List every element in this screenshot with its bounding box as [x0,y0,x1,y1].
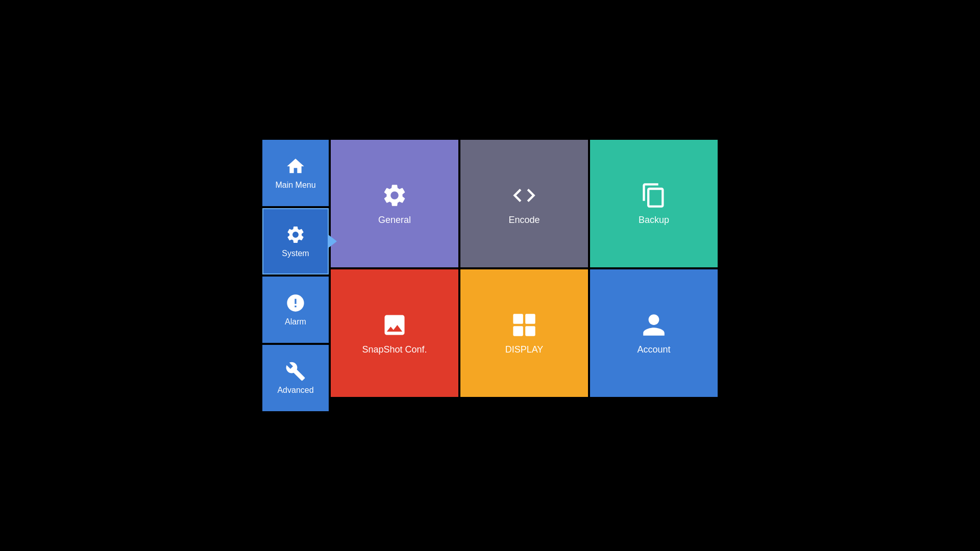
grid-label-account: Account [637,344,670,355]
sidebar-item-alarm[interactable]: Alarm [262,277,329,343]
grid-container: General Encode Backup SnapShot Conf. [331,140,718,397]
svg-rect-1 [525,314,535,324]
grid-label-general: General [378,215,411,226]
alarm-icon [285,293,306,313]
svg-rect-3 [525,326,535,336]
image-icon [381,312,408,338]
wrench-icon [285,361,306,382]
grid-label-backup: Backup [639,215,669,226]
svg-rect-2 [513,326,523,336]
sidebar-item-label-alarm: Alarm [285,317,306,327]
user-icon [641,312,667,338]
sidebar-item-label-main-menu: Main Menu [275,181,315,190]
gear-icon-general [381,182,408,209]
grid-item-snapshot[interactable]: SnapShot Conf. [331,269,458,397]
display-icon-final [511,312,537,338]
grid-label-encode: Encode [508,215,540,226]
grid-item-encode[interactable]: Encode [460,140,588,267]
grid-label-snapshot: SnapShot Conf. [362,344,427,355]
active-arrow-indicator [328,234,337,248]
grid-item-account[interactable]: Account [590,269,718,397]
sidebar-item-advanced[interactable]: Advanced [262,345,329,411]
grid-item-general[interactable]: General [331,140,458,267]
svg-rect-0 [513,314,523,324]
backup-icon [641,182,667,209]
grid-item-display[interactable]: DISPLAY [460,269,588,397]
sidebar-item-main-menu[interactable]: Main Menu [262,140,329,206]
code-icon [511,182,537,209]
grid-label-display: DISPLAY [505,344,544,355]
sidebar-item-system[interactable]: System [262,208,329,274]
gear-icon-sidebar [285,224,306,245]
sidebar-item-label-system: System [282,249,309,258]
sidebar-item-label-advanced: Advanced [277,386,313,395]
sidebar: Main Menu System Alarm Advanced [262,140,329,411]
main-container: Main Menu System Alarm Advanced [262,140,718,411]
home-icon [285,156,306,177]
grid-item-backup[interactable]: Backup [590,140,718,267]
